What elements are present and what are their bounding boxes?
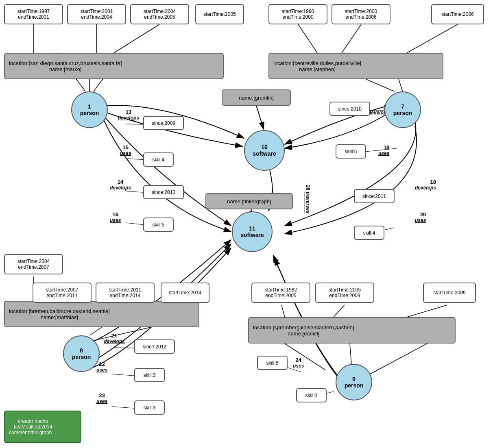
- node-person-8[interactable]: 8 person: [63, 335, 100, 372]
- node-id: 10: [261, 144, 268, 150]
- tinkergraph-label: name:[tinkergraph]: [227, 198, 271, 204]
- creator-label: creator:marko lastModified:2014 comment:…: [9, 418, 57, 435]
- edge-23: 23 uses: [96, 392, 107, 404]
- node-matthias[interactable]: location:[bremen,baltimore,oakland,seatt…: [4, 301, 199, 327]
- node-type: person: [393, 110, 412, 116]
- time-2011[interactable]: startTime:2011 endTime:2014: [96, 283, 155, 303]
- skill-3b-label: skill:3: [143, 405, 155, 411]
- time-2005[interactable]: startTime:2005: [195, 4, 244, 24]
- svg-line-23: [334, 305, 345, 317]
- since-2010b[interactable]: since:2010: [329, 102, 370, 116]
- time-2000-label: startTime:2000 endTime:2006: [345, 9, 377, 20]
- edge-22: 22 uses: [96, 361, 107, 373]
- skill-3c-label: skill:3: [305, 393, 317, 398]
- node-id: 9: [352, 376, 356, 382]
- node-creator[interactable]: creator:marko lastModified:2014 comment:…: [4, 411, 81, 443]
- time-2004a-label: startTime:2004 endTime:2005: [144, 9, 176, 20]
- time-1997[interactable]: startTime:1997 endTime:2001: [4, 4, 63, 24]
- time-2005b-label: startTime:2005 endTime:2009: [329, 287, 361, 298]
- skill-5a[interactable]: skill:5: [143, 217, 174, 232]
- edge-16: 16 uses: [110, 211, 121, 223]
- svg-line-13: [89, 327, 102, 335]
- graph-container: 1 person 7 person 8 person 9 person 10 s…: [0, 0, 493, 448]
- skill-4b-label: skill:4: [363, 230, 375, 236]
- edge-13: 13 develops: [118, 109, 139, 121]
- time-2009[interactable]: startTime:2009: [423, 283, 476, 303]
- skill-4a-label: skill:4: [152, 157, 164, 163]
- skill-5a-label: skill:5: [152, 222, 164, 228]
- node-id: 11: [249, 225, 255, 232]
- since-2012[interactable]: since:2012: [134, 339, 175, 354]
- time-1982-label: startTime:1982 endTime:2005: [265, 287, 297, 298]
- skill-5c-label: skill:5: [266, 360, 278, 366]
- since-2010a-label: since:2010: [152, 189, 175, 195]
- node-id: 8: [80, 347, 83, 354]
- time-1990[interactable]: startTime:1990 endTime:2000: [268, 4, 327, 24]
- time-2007[interactable]: startTime:2007 endTime:2011: [33, 283, 92, 303]
- time-2000[interactable]: startTime:2000 endTime:2006: [332, 4, 390, 24]
- time-2004a[interactable]: startTime:2004 endTime:2005: [130, 4, 189, 24]
- time-2001-label: startTime:2001 endTime:2004: [81, 9, 113, 20]
- node-person-9[interactable]: 9 person: [336, 364, 372, 400]
- node-id: 1: [88, 103, 91, 110]
- node-type: person: [72, 354, 91, 360]
- time-2005b[interactable]: startTime:2005 endTime:2009: [315, 283, 374, 303]
- node-type: software: [240, 232, 264, 238]
- edge-24: 24 uses: [293, 357, 304, 369]
- since-2009[interactable]: since:2009: [143, 116, 184, 130]
- node-type: person: [345, 382, 364, 389]
- since-2011-label: since:2011: [362, 194, 386, 199]
- skill-3a[interactable]: skill:3: [134, 368, 165, 382]
- node-software-10[interactable]: 10 software: [244, 130, 285, 171]
- daniel-label: location:[spremberg,kaiserslautern,aache…: [253, 324, 354, 337]
- time-2001[interactable]: startTime:2001 endTime:2004: [67, 4, 126, 24]
- svg-line-19: [285, 344, 325, 370]
- skill-5b[interactable]: skill:5: [336, 144, 366, 159]
- skill-4b[interactable]: skill:4: [354, 226, 384, 240]
- edge-19: 19 uses: [378, 144, 389, 156]
- edge-14: 14 develops: [110, 179, 131, 191]
- since-2010a[interactable]: since:2010: [143, 185, 184, 199]
- since-2010b-label: since:2010: [338, 106, 362, 112]
- svg-line-22: [281, 305, 285, 317]
- svg-line-24: [407, 305, 447, 317]
- node-daniel[interactable]: location:[spremberg,kaiserslautern,aache…: [248, 317, 456, 344]
- node-software-11[interactable]: 11 software: [232, 211, 273, 252]
- time-2004b[interactable]: startTime:2004 endTime:2007: [4, 254, 63, 274]
- node-tinkergraph[interactable]: name:[tinkergraph]: [205, 193, 293, 209]
- skill-4a[interactable]: skill:4: [143, 152, 174, 167]
- skill-5b-label: skill:5: [345, 149, 357, 154]
- svg-line-21: [370, 344, 427, 374]
- skill-5c[interactable]: skill:5: [257, 356, 288, 370]
- time-2005-label: startTime:2005: [203, 11, 236, 17]
- node-marko[interactable]: location:[san diego,santa cruz,brussels,…: [4, 53, 224, 79]
- edge-26: 26 traverses: [305, 185, 311, 213]
- svg-line-10: [366, 79, 395, 91]
- node-person-7[interactable]: 7 person: [384, 91, 421, 128]
- time-1990-label: startTime:1990 endTime:2000: [282, 9, 314, 20]
- node-stephen[interactable]: location:[centreville,dulles,purcellvill…: [268, 53, 443, 79]
- marko-label: location:[san diego,santa cruz,brussels,…: [9, 60, 122, 72]
- matthias-label: location:[bremen,baltimore,oakland,seatt…: [9, 308, 110, 320]
- skill-3c[interactable]: skill:3: [296, 388, 327, 402]
- node-id: 7: [401, 103, 404, 110]
- time-1982[interactable]: startTime:1982 endTime:2005: [251, 283, 310, 303]
- edge-21: 21 develops: [104, 333, 125, 344]
- skill-3b[interactable]: skill:3: [134, 400, 165, 415]
- svg-line-8: [342, 24, 361, 53]
- edge-20: 20 uses: [415, 211, 426, 223]
- time-2004b-label: startTime:2004 endTime:2007: [17, 259, 50, 270]
- node-person-1[interactable]: 1 person: [71, 91, 108, 128]
- time-2011-label: startTime:2011 endTime:2014: [109, 287, 142, 298]
- time-2014[interactable]: startTime:2014: [161, 283, 209, 303]
- time-2009-label: startTime:2009: [433, 290, 466, 296]
- time-2014-label: startTime:2014: [169, 290, 201, 296]
- node-gremlin[interactable]: name:[gremlin]: [222, 89, 291, 106]
- svg-line-6: [114, 24, 159, 53]
- gremlin-label: name:[gremlin]: [239, 95, 274, 101]
- stephen-label: location:[centreville,dulles,purcellvill…: [273, 60, 361, 72]
- svg-line-11: [399, 79, 403, 91]
- time-2006[interactable]: startTime:2006: [431, 4, 484, 24]
- svg-line-9: [407, 24, 458, 53]
- since-2011[interactable]: since:2011: [354, 189, 395, 203]
